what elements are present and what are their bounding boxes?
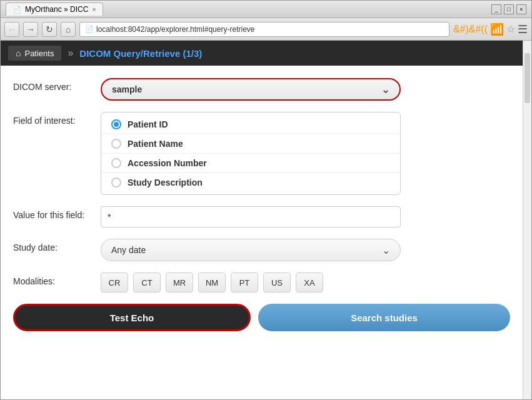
radio-label-study-description: Study Description <box>128 178 203 188</box>
field-of-interest-label: Field of interest: <box>13 112 101 126</box>
browser-window: 📄 MyOrthanc » DICC × _ □ × ← → ↻ ⌂ 📄 loc… <box>0 0 532 400</box>
back-button[interactable]: ← <box>4 22 19 37</box>
home-icon: ⌂ <box>16 48 21 58</box>
modalities-row: Modalities: CR CT MR NM PT US XA <box>13 272 510 292</box>
buttons-row: Test Echo Search studies <box>13 304 510 331</box>
test-echo-button[interactable]: Test Echo <box>13 304 251 331</box>
patients-button[interactable]: ⌂ Patients <box>8 46 61 61</box>
content-area: ⌂ Patients » DICOM Query/Retrieve (1/3) … <box>1 41 531 399</box>
breadcrumb-arrow: » <box>68 48 73 59</box>
scroll-thumb[interactable] <box>524 53 530 103</box>
header-title-text: DICOM Query/Retrieve (1/3) <box>79 48 202 59</box>
modality-cr[interactable]: CR <box>101 272 128 292</box>
star-icon[interactable]: ☆ <box>506 23 515 35</box>
close-button[interactable]: × <box>516 4 526 14</box>
maximize-button[interactable]: □ <box>504 4 514 14</box>
radio-group: Patient ID Patient Name Accession Number <box>101 112 401 195</box>
dicom-server-value: sample <box>112 84 142 94</box>
dicom-server-row: DICOM server: sample ⌄ <box>13 78 510 101</box>
home-button[interactable]: ⌂ <box>61 22 76 37</box>
radio-patient-id[interactable]: Patient ID <box>101 115 400 134</box>
modalities-control: CR CT MR NM PT US XA <box>101 272 401 292</box>
minimize-button[interactable]: _ <box>491 4 501 14</box>
app-container: ⌂ Patients » DICOM Query/Retrieve (1/3) … <box>1 41 523 399</box>
title-bar: 📄 MyOrthanc » DICC × _ □ × <box>1 1 531 18</box>
radio-accession-number[interactable]: Accession Number <box>101 154 400 173</box>
dicom-server-select[interactable]: sample ⌄ <box>101 78 401 101</box>
forward-button[interactable]: → <box>23 22 38 37</box>
radio-label-patient-id: Patient ID <box>128 119 168 129</box>
reload-button[interactable]: ↻ <box>42 22 57 37</box>
tab-close-icon[interactable]: × <box>92 6 96 13</box>
wifi-icon: 📶 <box>490 22 504 36</box>
signal-icon: &#)&#(( <box>453 24 488 35</box>
modality-group: CR CT MR NM PT US XA <box>101 272 401 292</box>
dicom-server-label: DICOM server: <box>13 78 101 92</box>
modalities-label: Modalities: <box>13 272 101 286</box>
tab-page-icon: 📄 <box>13 6 21 14</box>
modality-ct[interactable]: CT <box>133 272 161 292</box>
dropdown-arrow-icon: ⌄ <box>381 84 389 96</box>
study-date-select[interactable]: Any date ⌄ <box>101 239 401 261</box>
header-title: DICOM Query/Retrieve (1/3) <box>79 48 202 59</box>
page-icon: 📄 <box>85 25 94 33</box>
dicom-server-control: sample ⌄ <box>101 78 401 101</box>
browser-tab[interactable]: 📄 MyOrthanc » DICC × <box>6 2 103 16</box>
radio-circle-patient-name <box>111 139 121 149</box>
scrollbar[interactable] <box>523 41 531 399</box>
study-date-label: Study date: <box>13 239 101 252</box>
app-header: ⌂ Patients » DICOM Query/Retrieve (1/3) <box>1 41 523 66</box>
modality-xa[interactable]: XA <box>296 272 323 292</box>
toolbar: ← → ↻ ⌂ 📄 localhost:8042/app/explorer.ht… <box>1 18 531 41</box>
radio-circle-accession-number <box>111 158 121 168</box>
radio-circle-study-description <box>111 178 121 188</box>
search-studies-button[interactable]: Search studies <box>258 304 510 331</box>
modality-pt[interactable]: PT <box>231 272 258 292</box>
title-bar-left: 📄 MyOrthanc » DICC × <box>6 2 103 16</box>
window-controls: _ □ × <box>491 4 526 14</box>
study-date-row: Study date: Any date ⌄ <box>13 239 510 261</box>
url-text: localhost:8042/app/explorer.html#query-r… <box>96 25 254 34</box>
value-label: Value for this field: <box>13 206 101 220</box>
patients-label: Patients <box>24 49 54 58</box>
field-of-interest-control: Patient ID Patient Name Accession Number <box>101 112 401 195</box>
address-bar[interactable]: 📄 localhost:8042/app/explorer.html#query… <box>79 22 449 37</box>
study-date-control: Any date ⌄ <box>101 239 401 261</box>
radio-study-description[interactable]: Study Description <box>101 173 400 192</box>
radio-circle-patient-id <box>111 119 121 129</box>
radio-patient-name[interactable]: Patient Name <box>101 134 400 154</box>
value-input[interactable] <box>101 206 401 228</box>
radio-label-patient-name: Patient Name <box>128 139 183 149</box>
browser-icons: &#)&#(( 📶 ☆ ☰ <box>453 22 528 36</box>
modality-nm[interactable]: NM <box>198 272 226 292</box>
modality-mr[interactable]: MR <box>166 272 193 292</box>
menu-icon[interactable]: ☰ <box>518 22 528 36</box>
value-row: Value for this field: <box>13 206 510 228</box>
field-of-interest-row: Field of interest: Patient ID Patient Na… <box>13 112 510 195</box>
modality-us[interactable]: US <box>263 272 291 292</box>
main-content: DICOM server: sample ⌄ Field of interest… <box>1 66 523 399</box>
date-dropdown-arrow-icon: ⌄ <box>382 244 390 256</box>
radio-label-accession-number: Accession Number <box>128 158 207 168</box>
tab-title: MyOrthanc » DICC <box>25 5 88 14</box>
value-control <box>101 206 401 228</box>
study-date-value: Any date <box>111 245 146 255</box>
